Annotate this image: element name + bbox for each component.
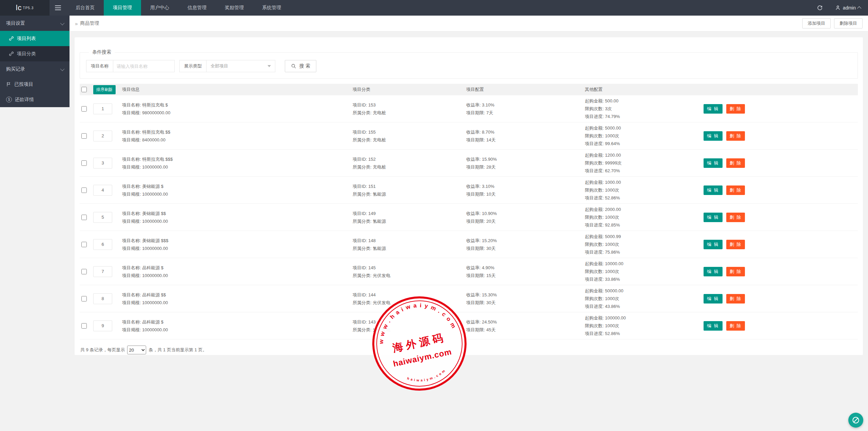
caret-up-icon — [857, 6, 862, 11]
project-name: 特斯拉充电 $$$ — [142, 157, 173, 162]
project-category: 充电桩 — [373, 137, 386, 142]
sort-input[interactable] — [93, 266, 112, 277]
person-icon — [835, 5, 841, 11]
project-category: 氢能源 — [373, 192, 386, 197]
row-checkbox[interactable] — [81, 160, 87, 166]
delete-button[interactable]: 删 除 — [726, 185, 745, 195]
sort-input[interactable] — [93, 293, 112, 304]
project-rate: 15.90% — [482, 157, 497, 162]
row-checkbox[interactable] — [81, 215, 87, 220]
row-checkbox[interactable] — [81, 106, 87, 112]
edit-button[interactable]: 编 辑 — [704, 104, 723, 114]
row-checkbox[interactable] — [81, 242, 87, 247]
content-card: 条件搜索 项目名称 展示类型 全部项目 搜 索 — [75, 37, 863, 355]
sort-input[interactable] — [93, 131, 112, 141]
project-name: 美锦能源 $ — [142, 184, 163, 189]
row-checkbox[interactable] — [81, 296, 87, 301]
edit-button[interactable]: 编 辑 — [704, 267, 723, 276]
sort-input[interactable] — [93, 239, 112, 250]
fab-button[interactable] — [848, 413, 863, 428]
project-period: 30天 — [486, 246, 495, 251]
project-id: 143 — [368, 319, 376, 325]
nav-item-home[interactable]: 后台首页 — [66, 0, 104, 16]
caret-down-icon — [268, 65, 271, 67]
project-scale: 980000000.00 — [142, 110, 170, 115]
sort-input[interactable] — [93, 185, 112, 196]
refresh-button[interactable] — [811, 0, 828, 16]
edit-button[interactable]: 编 辑 — [704, 213, 723, 222]
delete-button[interactable]: 删 除 — [726, 131, 745, 141]
per-page-select[interactable]: 20 — [127, 346, 146, 354]
delete-button[interactable]: 删 除 — [726, 158, 745, 168]
nav-item-user-center[interactable]: 用户中心 — [141, 0, 178, 16]
project-rate: 8.70% — [482, 130, 494, 135]
project-name: 美锦能源 $$ — [142, 211, 166, 216]
edit-button[interactable]: 编 辑 — [704, 321, 723, 331]
row-checkbox[interactable] — [81, 323, 87, 329]
logo-version: TP5.3 — [23, 6, 34, 10]
row-checkbox[interactable] — [81, 269, 87, 274]
sidebar-group-purchase-records[interactable]: 购买记录 — [0, 61, 70, 77]
select-all-checkbox[interactable] — [81, 87, 87, 92]
row-checkbox[interactable] — [81, 133, 87, 139]
edit-button[interactable]: 编 辑 — [704, 158, 723, 168]
display-type-select[interactable]: 全部项目 — [206, 60, 275, 72]
search-button[interactable]: 搜 索 — [285, 60, 316, 72]
sidebar-item-project-list[interactable]: 项目列表 — [0, 31, 70, 46]
sort-input[interactable] — [93, 158, 112, 169]
table-row: 项目名称: 晶科能源 $ 项目规模: 10000000.00 项目ID: 143… — [80, 312, 858, 339]
nav-item-info-management[interactable]: 信息管理 — [178, 0, 216, 16]
delete-project-button[interactable]: 删除项目 — [834, 18, 863, 28]
project-progress: 92.85% — [605, 222, 620, 228]
nav-item-reward-management[interactable]: 奖励管理 — [216, 0, 253, 16]
delete-button[interactable]: 删 除 — [726, 321, 745, 331]
project-purchase-limit: 1000次 — [605, 296, 619, 301]
delete-button[interactable]: 删 除 — [726, 213, 745, 222]
breadcrumb: » 商品管理 — [75, 20, 99, 26]
user-menu[interactable]: admin — [828, 0, 868, 16]
hamburger-icon[interactable] — [50, 0, 66, 16]
add-project-button[interactable]: 添加项目 — [802, 18, 831, 28]
project-id: 155 — [368, 130, 376, 135]
project-min-amount: 100000.00 — [605, 315, 626, 320]
project-period: 15天 — [486, 273, 495, 278]
table-row: 项目名称: 美锦能源 $$ 项目规模: 10000000.00 项目ID: 14… — [80, 204, 858, 231]
delete-button[interactable]: 删 除 — [726, 267, 745, 276]
sort-input[interactable] — [93, 320, 112, 331]
delete-button[interactable]: 删 除 — [726, 104, 745, 114]
edit-button[interactable]: 编 辑 — [704, 240, 723, 249]
project-name-input[interactable] — [113, 60, 175, 72]
project-purchase-limit: 3次 — [605, 106, 612, 111]
sidebar: 项目设置 项目列表 项目分类 购买记录 已投项目 $ 还款详情 — [0, 16, 70, 107]
pagination-suffix: 条，共 1 页当前显示第 1 页。 — [149, 347, 207, 353]
delete-button[interactable]: 删 除 — [726, 240, 745, 249]
delete-button[interactable]: 删 除 — [726, 294, 745, 303]
edit-button[interactable]: 编 辑 — [704, 294, 723, 303]
sidebar-group-project-settings[interactable]: 项目设置 — [0, 16, 70, 31]
sort-input[interactable] — [93, 212, 112, 223]
row-checkbox[interactable] — [81, 188, 87, 193]
project-purchase-limit: 1000次 — [605, 188, 619, 193]
pagination-prefix: 共 9 条记录，每页显示 — [80, 347, 125, 353]
top-nav: 后台首页 项目管理 用户中心 信息管理 奖励管理 系统管理 — [66, 0, 290, 16]
project-min-amount: 2000.00 — [605, 207, 621, 212]
project-purchase-limit: 1000次 — [605, 242, 619, 247]
sidebar-item-project-category[interactable]: 项目分类 — [0, 46, 70, 61]
sidebar-item-repayment-details[interactable]: $ 还款详情 — [0, 92, 70, 107]
project-rate: 24.50% — [482, 319, 497, 325]
project-purchase-limit: 1000次 — [605, 133, 619, 138]
sort-refresh-badge[interactable]: 排序刷新 — [93, 85, 116, 94]
sidebar-item-invested-projects[interactable]: 已投项目 — [0, 77, 70, 92]
edit-button[interactable]: 编 辑 — [704, 131, 723, 141]
sort-input[interactable] — [93, 103, 112, 114]
nav-item-system-management[interactable]: 系统管理 — [253, 0, 290, 16]
nav-item-project-management[interactable]: 项目管理 — [104, 0, 141, 16]
breadcrumb-arrow-icon: » — [75, 21, 78, 26]
display-type-label: 展示类型 — [179, 60, 206, 72]
edit-button[interactable]: 编 辑 — [704, 185, 723, 195]
project-rate: 15.30% — [482, 292, 497, 297]
project-scale: 10000000.00 — [142, 246, 168, 251]
header-project-info: 项目信息 — [122, 86, 353, 93]
search-fieldset: 条件搜索 项目名称 展示类型 全部项目 搜 索 — [80, 49, 858, 79]
project-rate: 4.90% — [482, 265, 494, 270]
